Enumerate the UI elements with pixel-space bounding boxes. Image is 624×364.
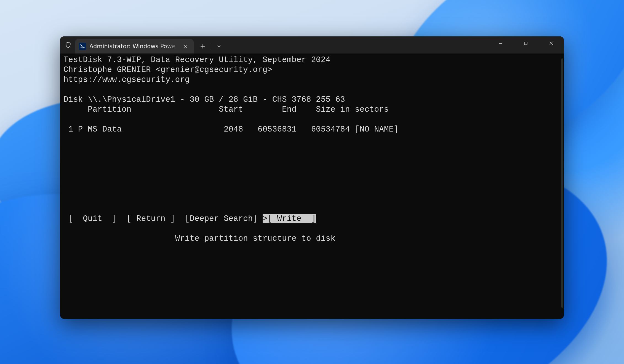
terminal-hint-line: Write partition structure to disk — [63, 234, 561, 244]
admin-shield-icon — [64, 41, 72, 49]
terminal-window: Administrator: Windows Powe — [60, 36, 564, 319]
tab-dropdown-button[interactable] — [212, 39, 226, 53]
window-controls — [488, 36, 564, 50]
svg-rect-0 — [524, 42, 527, 45]
terminal-body[interactable]: TestDisk 7.3-WIP, Data Recovery Utility,… — [60, 53, 564, 319]
terminal-menu-line: [ Quit ] [ Return ] [Deeper Search] >[ W… — [63, 214, 561, 224]
menu-item-quit[interactable]: [ Quit ] — [63, 214, 122, 223]
tab-close-button[interactable] — [181, 42, 190, 51]
active-tab[interactable]: Administrator: Windows Powe — [75, 39, 194, 53]
terminal-line: TestDisk 7.3-WIP, Data Recovery Utility,… — [63, 55, 330, 65]
terminal-partition-row: 1 P MS Data 2048 60536831 60534784 [NO N… — [63, 125, 399, 134]
tabbar-buttons — [196, 39, 226, 53]
tab-title: Administrator: Windows Powe — [89, 43, 179, 50]
menu-item-write[interactable]: [ Write ] — [267, 214, 316, 223]
menu-selection-marker: > — [263, 214, 268, 223]
menu-item-return[interactable]: [ Return ] — [122, 214, 180, 223]
titlebar[interactable]: Administrator: Windows Powe — [60, 36, 564, 53]
maximize-button[interactable] — [513, 36, 538, 50]
terminal-table-header: Partition Start End Size in sectors — [63, 105, 389, 114]
close-window-button[interactable] — [538, 36, 564, 50]
new-tab-button[interactable] — [196, 39, 210, 53]
terminal-line: https://www.cgsecurity.org — [63, 75, 190, 84]
powershell-icon — [79, 43, 86, 50]
scrollbar[interactable] — [561, 58, 563, 308]
tabbar-divider — [211, 42, 211, 50]
menu-item-deeper-search[interactable]: [Deeper Search] — [180, 214, 262, 223]
minimize-button[interactable] — [488, 36, 513, 50]
terminal-disk-line: Disk \\.\PhysicalDrive1 - 30 GB / 28 GiB… — [63, 95, 345, 104]
terminal-line: Christophe GRENIER <grenier@cgsecurity.o… — [63, 65, 272, 74]
